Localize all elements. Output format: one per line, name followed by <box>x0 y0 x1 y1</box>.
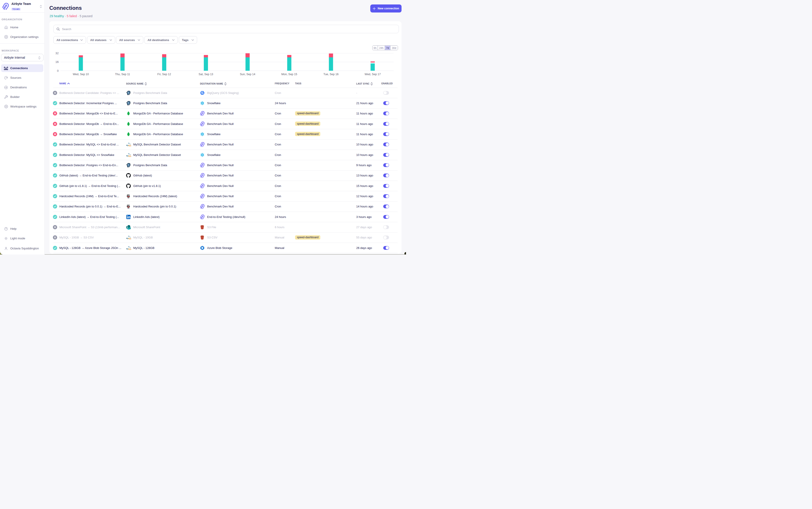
svg-text:S: S <box>127 227 128 229</box>
svg-text:Wed, Sep 10: Wed, Sep 10 <box>73 73 89 76</box>
svg-text:SQL..: SQL.. <box>128 248 131 250</box>
svg-text:16: 16 <box>55 60 59 64</box>
svg-text:Mon, Sep 15: Mon, Sep 15 <box>282 73 297 76</box>
svg-text:Sun, Sep 14: Sun, Sep 14 <box>240 73 255 76</box>
svg-text:01: 01 <box>202 248 203 249</box>
svg-text:SQL..: SQL.. <box>128 238 131 240</box>
svg-text:Tue, Sep 16: Tue, Sep 16 <box>323 73 338 76</box>
svg-text:32: 32 <box>55 52 59 55</box>
svg-text:Wed, Sep 17: Wed, Sep 17 <box>365 73 381 76</box>
svg-text:Sat, Sep 13: Sat, Sep 13 <box>199 73 213 76</box>
svg-text:0: 0 <box>57 69 59 72</box>
svg-text:Fri, Sep 12: Fri, Sep 12 <box>157 73 171 76</box>
svg-text:SQL..: SQL.. <box>128 144 131 146</box>
svg-text:SQL..: SQL.. <box>128 155 131 157</box>
svg-text:Thu, Sep 11: Thu, Sep 11 <box>115 73 130 76</box>
